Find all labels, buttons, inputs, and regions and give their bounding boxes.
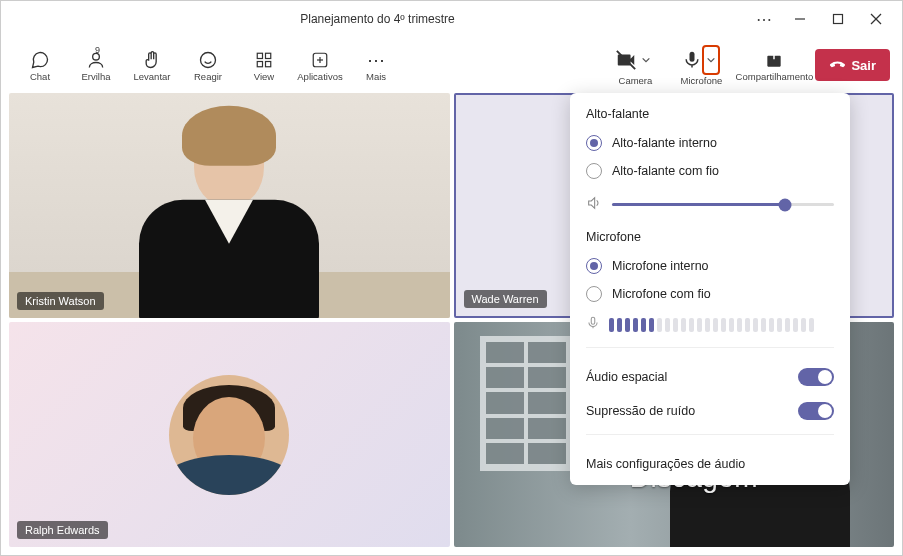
radio-selected-icon <box>586 135 602 151</box>
microphone-icon <box>682 49 702 71</box>
share-button[interactable]: Compartilhamento <box>735 41 813 89</box>
svg-rect-9 <box>266 61 271 66</box>
spatial-audio-row: Áudio espacial <box>586 360 834 394</box>
radio-unselected-icon <box>586 163 602 179</box>
radio-selected-icon <box>586 258 602 274</box>
noise-label: Supressão de ruído <box>586 404 695 418</box>
share-icon <box>764 49 784 71</box>
speaker-option-internal[interactable]: Alto-falante interno <box>586 129 834 157</box>
react-label: Reagir <box>194 71 222 82</box>
more-audio-settings[interactable]: Mais configurações de áudio <box>586 447 834 473</box>
participant-name: Wade Warren <box>464 290 547 308</box>
svg-point-5 <box>201 52 216 67</box>
people-count: 9 <box>95 45 100 55</box>
more-button[interactable]: ⋯ Mais <box>349 41 403 89</box>
hand-icon <box>142 49 162 71</box>
maximize-button[interactable] <box>820 5 856 33</box>
option-label: Microfone interno <box>612 259 709 273</box>
speaker-option-wired[interactable]: Alto-falante com fio <box>586 157 834 185</box>
option-label: Alto-falante com fio <box>612 164 719 178</box>
share-label: Compartilhamento <box>736 71 814 82</box>
participant-tile[interactable]: Ralph Edwards <box>9 322 450 547</box>
volume-icon <box>586 195 602 214</box>
view-label: View <box>254 71 274 82</box>
svg-rect-6 <box>257 53 262 58</box>
svg-rect-7 <box>266 53 271 58</box>
participant-tile[interactable]: Kristin Watson <box>9 93 450 318</box>
participant-name: Kristin Watson <box>17 292 104 310</box>
people-icon: 9 <box>86 49 106 71</box>
mic-option-internal[interactable]: Microfone interno <box>586 252 834 280</box>
camera-button[interactable]: Camera <box>603 41 667 89</box>
speaker-heading: Alto-falante <box>586 107 834 121</box>
minimize-button[interactable] <box>782 5 818 33</box>
option-label: Alto-falante interno <box>612 136 717 150</box>
spatial-label: Áudio espacial <box>586 370 667 384</box>
leave-label: Sair <box>851 58 876 73</box>
camera-off-icon <box>615 49 637 71</box>
mic-level-meter <box>586 316 834 333</box>
window-title: Planejamento do 4º trimestre <box>9 12 746 26</box>
people-button[interactable]: 9 Ervilha <box>69 41 123 89</box>
noise-suppression-row: Supressão de ruído <box>586 394 834 428</box>
grid-icon <box>255 49 273 71</box>
more-label: Mais <box>366 71 386 82</box>
chat-icon <box>30 49 50 71</box>
people-label: Ervilha <box>81 71 110 82</box>
title-bar: Planejamento do 4º trimestre ⋯ <box>1 1 902 37</box>
view-button[interactable]: View <box>237 41 291 89</box>
apps-label: Aplicativos <box>297 71 342 82</box>
svg-rect-8 <box>257 61 262 66</box>
spatial-audio-toggle[interactable] <box>798 368 834 386</box>
leave-button[interactable]: Sair <box>815 49 890 81</box>
apps-button[interactable]: Aplicativos <box>293 41 347 89</box>
audio-settings-panel: Alto-falante Alto-falante interno Alto-f… <box>570 93 850 485</box>
option-label: Microfone com fio <box>612 287 711 301</box>
mic-option-wired[interactable]: Microfone com fio <box>586 280 834 308</box>
mic-label: Microfone <box>681 75 723 86</box>
svg-rect-1 <box>834 15 843 24</box>
ellipsis-icon: ⋯ <box>367 49 385 71</box>
react-button[interactable]: Reagir <box>181 41 235 89</box>
raise-label: Levantar <box>134 71 171 82</box>
chat-button[interactable]: Chat <box>13 41 67 89</box>
microphone-icon <box>586 316 600 333</box>
emoji-icon <box>198 49 218 71</box>
mic-chevron[interactable] <box>702 45 720 75</box>
plus-icon <box>311 49 329 71</box>
close-button[interactable] <box>858 5 894 33</box>
camera-chevron[interactable] <box>637 45 655 75</box>
chat-label: Chat <box>30 71 50 82</box>
phone-icon <box>829 56 845 75</box>
participant-name: Ralph Edwards <box>17 521 108 539</box>
camera-label: Camera <box>619 75 653 86</box>
mic-heading: Microfone <box>586 230 834 244</box>
mic-button[interactable]: Microfone <box>669 41 733 89</box>
radio-unselected-icon <box>586 286 602 302</box>
more-icon[interactable]: ⋯ <box>746 5 782 33</box>
volume-slider[interactable] <box>612 203 834 206</box>
noise-suppression-toggle[interactable] <box>798 402 834 420</box>
meeting-toolbar: Chat 9 Ervilha Levantar Reagir View Apli… <box>1 37 902 93</box>
raise-hand-button[interactable]: Levantar <box>125 41 179 89</box>
